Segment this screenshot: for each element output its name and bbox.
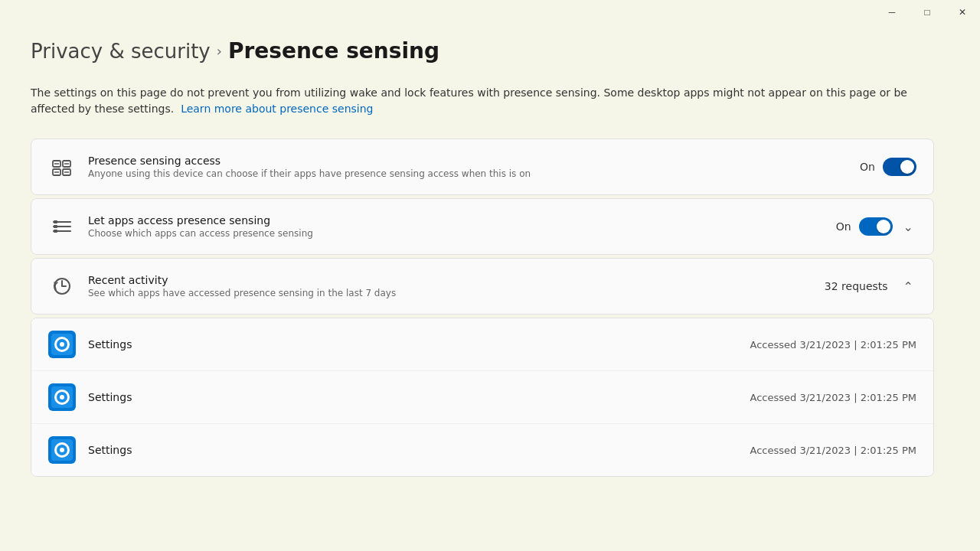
- breadcrumb-current: Presence sensing: [228, 38, 439, 64]
- let-apps-status: On: [836, 220, 851, 233]
- let-apps-toggle-thumb: [877, 220, 890, 233]
- breadcrumb: Privacy & security › Presence sensing: [31, 38, 934, 64]
- presence-access-title: Presence sensing access: [88, 155, 860, 167]
- recent-activity-icon: [48, 272, 76, 300]
- breadcrumb-separator: ›: [217, 43, 222, 59]
- presence-access-toggle[interactable]: [883, 158, 916, 176]
- activity-items-card: Settings Accessed 3/21/2023 | 2:01:25 PM…: [31, 318, 934, 477]
- recent-activity-count: 32 requests: [825, 280, 888, 292]
- main-content: Privacy & security › Presence sensing Th…: [0, 0, 965, 503]
- breadcrumb-parent[interactable]: Privacy & security: [31, 40, 211, 63]
- activity-item-2-app-icon: [51, 439, 73, 461]
- activity-item-1: Settings Accessed 3/21/2023 | 2:01:25 PM: [31, 371, 933, 424]
- learn-more-link[interactable]: Learn more about presence sensing: [181, 103, 373, 115]
- let-apps-chevron[interactable]: ⌄: [900, 217, 916, 237]
- recent-activity-control: 32 requests ⌃: [825, 276, 916, 297]
- presence-access-icon: [48, 153, 76, 181]
- recent-activity-subtitle: See which apps have accessed presence se…: [88, 288, 825, 298]
- activity-item-0-app-name: Settings: [88, 338, 750, 350]
- presence-icon-svg: [51, 156, 73, 178]
- let-apps-icon-svg: [51, 216, 73, 237]
- activity-item-2-app-icon-container: [48, 436, 76, 464]
- activity-item-1-app-icon-container: [48, 383, 76, 411]
- let-apps-icon: [48, 213, 76, 240]
- let-apps-toggle[interactable]: [859, 217, 893, 236]
- presence-access-toggle-track: [883, 158, 916, 176]
- let-apps-toggle-track: [859, 217, 893, 236]
- activity-item-1-app-icon: [51, 386, 73, 408]
- settings-app-icon-1: [54, 390, 70, 405]
- activity-item-1-app-name: Settings: [88, 391, 750, 403]
- presence-access-toggle-thumb: [900, 160, 914, 174]
- settings-app-icon-2: [54, 442, 70, 458]
- page-description: The settings on this page do not prevent…: [31, 85, 934, 117]
- activity-item-2: Settings Accessed 3/21/2023 | 2:01:25 PM: [31, 424, 933, 476]
- let-apps-title: Let apps access presence sensing: [88, 214, 836, 227]
- recent-activity-chevron[interactable]: ⌃: [900, 276, 916, 297]
- recent-activity-title: Recent activity: [88, 274, 825, 286]
- activity-item-2-app-name: Settings: [88, 444, 750, 456]
- activity-item-0-app-icon-container: [48, 331, 76, 358]
- recent-activity-row: Recent activity See which apps have acce…: [31, 259, 933, 314]
- svg-rect-13: [54, 230, 57, 233]
- presence-access-control: On: [860, 158, 916, 176]
- title-bar: ─ □ ✕: [874, 0, 980, 24]
- activity-item-0: Settings Accessed 3/21/2023 | 2:01:25 PM: [31, 318, 933, 371]
- let-apps-control: On ⌄: [836, 217, 916, 237]
- let-apps-row: Let apps access presence sensing Choose …: [31, 199, 933, 254]
- activity-item-2-access-time: Accessed 3/21/2023 | 2:01:25 PM: [750, 445, 917, 456]
- presence-access-status: On: [860, 161, 875, 173]
- presence-access-subtitle: Anyone using this device can choose if t…: [88, 168, 860, 179]
- presence-access-row: Presence sensing access Anyone using thi…: [31, 139, 933, 194]
- recent-activity-icon-svg: [51, 276, 73, 297]
- activity-item-0-app-icon: [51, 334, 73, 355]
- svg-rect-12: [54, 225, 57, 228]
- minimize-button[interactable]: ─: [874, 0, 910, 24]
- settings-app-icon-0: [54, 337, 70, 352]
- svg-rect-11: [54, 220, 57, 223]
- close-button[interactable]: ✕: [945, 0, 980, 24]
- let-apps-card: Let apps access presence sensing Choose …: [31, 198, 934, 255]
- let-apps-text: Let apps access presence sensing Choose …: [88, 214, 836, 239]
- activity-item-1-access-time: Accessed 3/21/2023 | 2:01:25 PM: [750, 392, 917, 403]
- maximize-button[interactable]: □: [910, 0, 945, 24]
- presence-access-text: Presence sensing access Anyone using thi…: [88, 155, 860, 179]
- let-apps-subtitle: Choose which apps can access presence se…: [88, 228, 836, 239]
- recent-activity-card: Recent activity See which apps have acce…: [31, 258, 934, 315]
- description-text: The settings on this page do not prevent…: [31, 86, 907, 115]
- activity-item-0-access-time: Accessed 3/21/2023 | 2:01:25 PM: [750, 339, 917, 350]
- presence-access-card: Presence sensing access Anyone using thi…: [31, 139, 934, 195]
- recent-activity-text: Recent activity See which apps have acce…: [88, 274, 825, 298]
